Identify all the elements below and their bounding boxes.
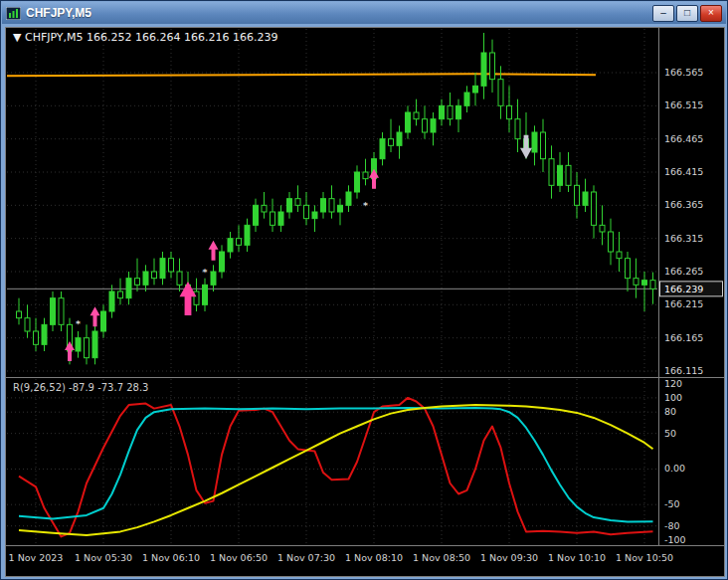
signal-markers: *** — [65, 135, 532, 361]
candle-body — [203, 285, 208, 304]
chart-canvas[interactable]: ***166.565166.515166.465166.415166.36516… — [5, 27, 725, 577]
maximize-button[interactable]: □ — [676, 5, 698, 22]
current-price-label: 166.239 — [664, 284, 703, 294]
price-axis-label: 166.515 — [664, 99, 703, 110]
oscillator-line-yellow — [19, 405, 653, 535]
candle-body — [17, 311, 22, 318]
candles — [17, 33, 656, 364]
indicator-axis-label: 120 — [664, 378, 682, 389]
candle-body — [566, 165, 571, 185]
candle-body — [473, 86, 478, 93]
time-axis-label: 1 Nov 10:50 — [616, 552, 673, 563]
candle-body — [541, 132, 546, 159]
window-icon — [6, 7, 21, 20]
candle-body — [59, 298, 64, 325]
candle-body — [312, 212, 317, 219]
candle-body — [304, 205, 309, 218]
candle-body — [245, 225, 250, 245]
candle-body — [101, 311, 106, 331]
time-axis-label: 1 Nov 06:50 — [210, 552, 268, 563]
candle-body — [237, 239, 242, 246]
candle-body — [464, 93, 469, 105]
candle-body — [262, 205, 267, 212]
window-titlebar[interactable]: CHFJPY,M5 – □ × — [2, 2, 726, 24]
close-button[interactable]: × — [700, 5, 722, 22]
indicator-axis[interactable]: 12010080500.00-50-80-100 — [664, 378, 686, 545]
ohlc-info: ▼ CHFJPY,M5 166.252 166.264 166.216 166.… — [13, 31, 278, 44]
signal-star-icon: * — [363, 200, 368, 211]
candle-body — [397, 132, 402, 145]
time-axis-label: 1 Nov 08:10 — [345, 552, 403, 563]
buy-arrow-icon — [91, 306, 100, 326]
candle-body — [228, 239, 233, 252]
indicator-axis-label: 0.00 — [664, 463, 685, 474]
candle-body — [346, 192, 351, 205]
minimize-button[interactable]: – — [652, 5, 674, 22]
candle-body — [109, 291, 114, 311]
candle-body — [355, 172, 360, 192]
candle-body — [278, 212, 283, 225]
candle-body — [271, 212, 275, 225]
candle-body — [507, 105, 512, 118]
candle-body — [118, 291, 123, 298]
candle-body — [220, 252, 225, 272]
candle-body — [42, 324, 47, 344]
price-axis-label: 166.315 — [664, 233, 703, 244]
price-axis-label: 166.415 — [664, 166, 703, 177]
price-axis[interactable]: 166.565166.515166.465166.415166.365166.3… — [660, 67, 723, 376]
signal-star-icon: * — [203, 267, 208, 278]
candle-body — [25, 318, 30, 331]
candle-body — [456, 105, 461, 118]
indicator-axis-label: -80 — [664, 520, 680, 531]
signal-star-icon: * — [76, 318, 81, 329]
window-title: CHFJPY,M5 — [26, 6, 652, 20]
indicator-axis-label: -100 — [664, 534, 686, 545]
sell-arrow-icon — [520, 135, 532, 159]
candle-body — [177, 272, 182, 285]
candle-body — [634, 279, 638, 286]
time-axis-label: 1 Nov 07:30 — [277, 552, 335, 563]
candle-body — [626, 259, 631, 279]
candle-body — [431, 119, 436, 132]
time-axis-label: 1 Nov 06:10 — [142, 552, 200, 563]
candle-body — [92, 331, 97, 358]
candle-body — [423, 119, 428, 132]
time-axis-label: 1 Nov 08:50 — [413, 552, 470, 563]
candle-body — [575, 185, 580, 205]
time-axis-label: 1 Nov 2023 — [9, 552, 64, 563]
grid-lines — [7, 29, 657, 544]
time-axis[interactable]: 1 Nov 20231 Nov 05:301 Nov 06:101 Nov 06… — [9, 552, 673, 563]
price-axis-label: 166.465 — [664, 133, 703, 144]
candle-body — [592, 192, 597, 225]
price-axis-label: 166.365 — [664, 199, 703, 210]
candle-body — [135, 279, 140, 286]
candle-body — [85, 338, 90, 358]
candle-body — [440, 105, 445, 118]
candle-body — [152, 272, 157, 279]
chart-client-area: ***166.565166.515166.465166.415166.36516… — [5, 27, 725, 577]
price-axis-label: 166.215 — [664, 298, 703, 309]
candle-body — [600, 225, 605, 232]
candle-body — [126, 279, 131, 298]
current-price-tag: 166.239 — [660, 282, 723, 296]
candle-body — [617, 252, 622, 259]
candle-body — [160, 259, 165, 279]
candle-body — [406, 112, 411, 132]
resistance-line — [7, 74, 596, 76]
candle-body — [34, 331, 39, 344]
candle-body — [169, 259, 174, 272]
price-axis-label: 166.265 — [664, 266, 703, 277]
candle-body — [609, 232, 614, 252]
candle-body — [448, 105, 453, 118]
candle-body — [194, 291, 199, 304]
oscillator-line-cyan — [19, 408, 653, 521]
candle-body — [642, 281, 647, 286]
window-controls: – □ × — [652, 5, 722, 22]
candle-body — [287, 199, 292, 212]
candle-body — [211, 272, 216, 285]
candle-body — [321, 199, 326, 212]
candle-body — [338, 205, 343, 212]
price-axis-label: 166.165 — [664, 332, 703, 343]
chart-window: CHFJPY,M5 – □ × ***166.565166.515166.465… — [0, 0, 728, 580]
candle-body — [389, 139, 394, 146]
